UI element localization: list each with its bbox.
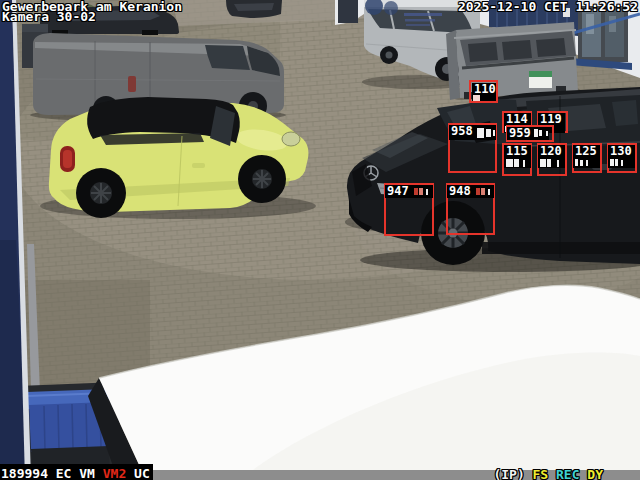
camera-id-label: Kamera 30-02: [2, 9, 96, 24]
doorway: [338, 0, 358, 23]
status-segment: DY: [587, 467, 603, 480]
status-segment: 189994 EC VM: [1, 466, 103, 480]
status-right-text: (IP) FS REC DY: [493, 467, 603, 480]
timestamp-label: 2025-12-10 CET 11:26:52: [458, 0, 638, 14]
status-segment: VM2: [103, 466, 126, 480]
parked-car: [226, 0, 282, 18]
status-left-text: 189994 EC VM VM2 UC: [1, 466, 150, 480]
cctv-viewer: 110958114119959115120125130947948 Gewerb…: [0, 0, 640, 480]
status-segment: REC: [556, 467, 587, 480]
dumpster: [446, 22, 582, 100]
status-segment: (IP): [493, 467, 532, 480]
window: [578, 6, 628, 62]
status-segment: UC: [126, 466, 149, 480]
camera-scene: [0, 0, 640, 480]
status-segment: FS: [533, 467, 556, 480]
taillight: [128, 76, 136, 92]
